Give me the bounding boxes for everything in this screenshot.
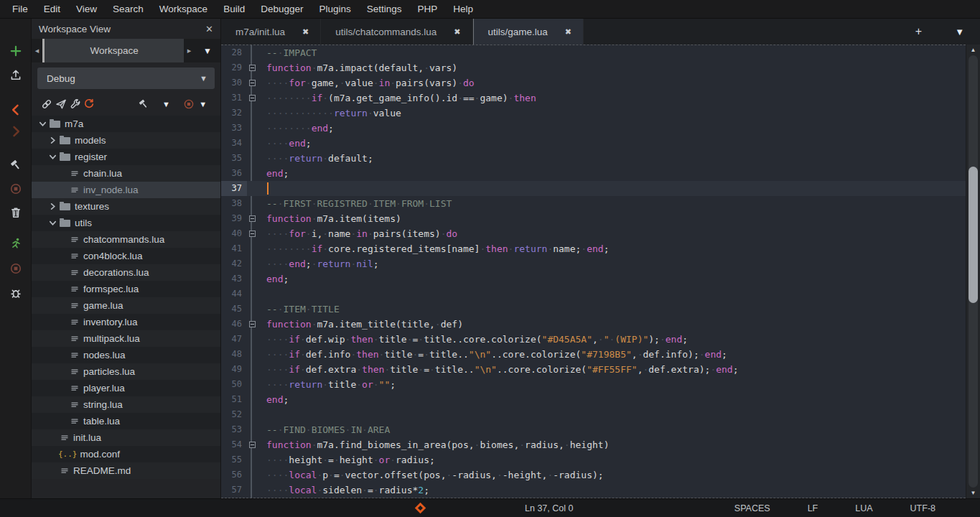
code-line-45[interactable]: 45--·ITEM·TITLE	[221, 302, 966, 317]
close-icon[interactable]: ✖	[302, 27, 309, 37]
code-line-32[interactable]: 32············return·value	[221, 106, 966, 121]
code-line-42[interactable]: 42····end;·return·nil;	[221, 256, 966, 271]
tab-utils-game-lua[interactable]: utils/game.lua✖	[473, 19, 584, 45]
hammer-icon[interactable]	[0, 159, 31, 172]
fold-collapse-icon[interactable]	[249, 321, 256, 327]
tree-file-chatcommands-lua[interactable]: chatcommands.lua	[32, 231, 220, 248]
forward-icon[interactable]	[0, 125, 31, 138]
back-icon[interactable]	[0, 103, 31, 116]
status-lua[interactable]: LUA	[855, 503, 872, 513]
tree-file-readme-md[interactable]: README.md	[32, 462, 220, 479]
scroll-up-icon[interactable]: ▲	[966, 47, 980, 53]
close-icon[interactable]: ✖	[454, 27, 460, 37]
tab-m7a-init-lua[interactable]: m7a/init.lua✖	[221, 19, 321, 45]
code-line-31[interactable]: 31········if·(m7a.get_game_info().id·==·…	[221, 90, 966, 106]
tree-file-mod-conf[interactable]: {..}mod.conf	[32, 446, 220, 462]
code-line-29[interactable]: 29function·m7a.impact(default,·vars)	[221, 60, 966, 75]
bug-icon[interactable]	[0, 287, 31, 299]
code-line-28[interactable]: 28--·IMPACT	[221, 45, 966, 60]
tree-folder-textures[interactable]: textures	[32, 198, 220, 215]
tab-workspace[interactable]: Workspace	[42, 39, 184, 62]
tab-utils-chatcommands-lua[interactable]: utils/chatcommands.lua✖	[321, 19, 472, 45]
record-icon[interactable]	[0, 182, 31, 195]
fold-collapse-icon[interactable]	[249, 230, 256, 237]
menu-file[interactable]: File	[4, 0, 36, 19]
tree-folder-m7a[interactable]: m7a	[32, 116, 220, 132]
status-utf-8[interactable]: UTF-8	[910, 503, 935, 513]
fold-collapse-icon[interactable]	[249, 442, 256, 448]
record-icon[interactable]	[183, 98, 195, 111]
menu-debugger[interactable]: Debugger	[253, 0, 311, 19]
fold-collapse-icon[interactable]	[249, 80, 256, 86]
tree-file-decorations-lua[interactable]: decorations.lua	[32, 264, 220, 281]
tree-file-chain-lua[interactable]: chain.lua	[32, 165, 220, 182]
code-line-43[interactable]: 43end;	[221, 271, 966, 287]
code-line-34[interactable]: 34····end;	[221, 136, 966, 151]
tree-file-inv-node-lua[interactable]: inv_node.lua	[32, 182, 220, 198]
scrollbar-thumb[interactable]	[969, 167, 978, 303]
code-line-57[interactable]: 57····local·sidelen·=·radius*2;	[221, 483, 966, 498]
tree-folder-models[interactable]: models	[32, 132, 220, 149]
chevron-down-icon[interactable]	[47, 218, 58, 228]
menu-edit[interactable]: Edit	[36, 0, 68, 19]
menu-workspace[interactable]: Workspace	[151, 0, 215, 19]
tree-file-string-lua[interactable]: string.lua	[32, 396, 220, 413]
menu-search[interactable]: Search	[105, 0, 151, 19]
close-icon[interactable]: ✕	[205, 24, 213, 34]
scroll-right-icon[interactable]: ▸	[184, 39, 195, 62]
code-line-35[interactable]: 35····return·default;	[221, 151, 966, 166]
wrench-icon[interactable]	[69, 98, 81, 111]
upload-icon[interactable]	[0, 68, 31, 81]
code-line-52[interactable]: 52	[221, 407, 966, 422]
record-icon[interactable]	[0, 262, 31, 275]
chevron-down-icon[interactable]	[37, 118, 48, 129]
code-line-50[interactable]: 50····return·title·or·"";	[221, 377, 966, 392]
fold-collapse-icon[interactable]	[249, 215, 256, 222]
status-lf[interactable]: LF	[808, 503, 818, 513]
status-spaces[interactable]: SPACES	[734, 503, 770, 513]
menu-help[interactable]: Help	[445, 0, 481, 19]
scroll-left-icon[interactable]: ◂	[32, 39, 42, 62]
menu-plugins[interactable]: Plugins	[311, 0, 358, 19]
menu-view[interactable]: View	[68, 0, 105, 19]
code-line-30[interactable]: 30····for·game,·value·in·pairs(vars)·do	[221, 75, 966, 90]
code-line-44[interactable]: 44	[221, 287, 966, 302]
code-editor[interactable]: 28--·IMPACT29function·m7a.impact(default…	[221, 45, 966, 498]
code-line-51[interactable]: 51end;	[221, 392, 966, 407]
tree-file-nodes-lua[interactable]: nodes.lua	[32, 347, 220, 363]
vertical-scrollbar[interactable]: ▲ ▼	[966, 45, 980, 498]
close-icon[interactable]: ✖	[565, 27, 571, 37]
tree-file-formspec-lua[interactable]: formspec.lua	[32, 281, 220, 297]
tree-folder-register[interactable]: register	[32, 149, 220, 165]
link-icon[interactable]	[41, 98, 53, 111]
scroll-down-icon[interactable]: ▼	[966, 490, 980, 496]
code-line-56[interactable]: 56····local·p·=·vector.offset(pos,·-radi…	[221, 467, 966, 483]
new-tab-button[interactable]: +	[915, 25, 922, 38]
code-line-38[interactable]: 38--·FIRST·REGISTRED·ITEM·FROM·LIST	[221, 196, 966, 211]
code-line-33[interactable]: 33········end;	[221, 121, 966, 136]
menu-php[interactable]: PHP	[410, 0, 446, 19]
tree-folder-utils[interactable]: utils	[32, 215, 220, 231]
run-icon[interactable]	[0, 237, 31, 250]
code-line-37[interactable]: 37	[221, 181, 966, 196]
tree-file-inventory-lua[interactable]: inventory.lua	[32, 314, 220, 330]
fold-collapse-icon[interactable]	[249, 65, 256, 71]
tree-file-multipack-lua[interactable]: multipack.lua	[32, 330, 220, 347]
code-line-39[interactable]: 39function·m7a.item(items)	[221, 211, 966, 226]
menu-settings[interactable]: Settings	[359, 0, 410, 19]
tree-file-game-lua[interactable]: game.lua	[32, 297, 220, 314]
chevron-down-icon[interactable]	[47, 152, 58, 162]
chevron-right-icon[interactable]	[47, 135, 58, 146]
fold-collapse-icon[interactable]	[249, 95, 256, 101]
code-line-41[interactable]: 41········if·core.registered_items[name]…	[221, 241, 966, 256]
tree-file-init-lua[interactable]: init.lua	[32, 429, 220, 446]
send-icon[interactable]	[55, 98, 67, 111]
code-line-53[interactable]: 53--·FIND·BIOMES·IN·AREA	[221, 422, 966, 437]
tree-file-con4block-lua[interactable]: con4block.lua	[32, 248, 220, 264]
chevron-down-icon[interactable]: ▼	[195, 39, 220, 62]
add-icon[interactable]	[0, 45, 31, 57]
code-line-40[interactable]: 40····for·i,·name·in·pairs(items)·do	[221, 226, 966, 241]
dropdown-icon[interactable]: ▼	[197, 98, 209, 111]
hammer-icon[interactable]	[138, 98, 150, 111]
tree-file-player-lua[interactable]: player.lua	[32, 380, 220, 396]
